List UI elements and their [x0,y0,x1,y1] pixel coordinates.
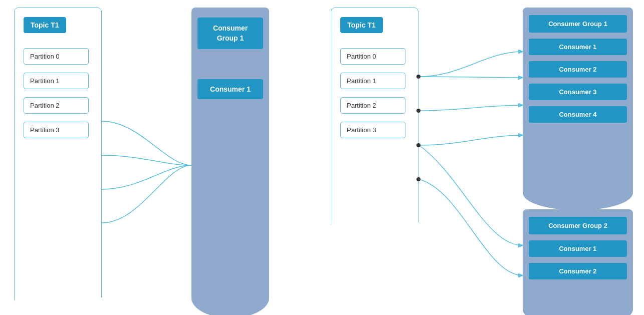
right-partition-2: Partition 2 [340,97,405,114]
left-partition-2: Partition 2 [24,97,89,114]
left-partition-0: Partition 0 [24,48,89,65]
dot-partition-1 [416,109,420,113]
right-cg1-consumer-2: Consumer 2 [529,61,627,78]
left-cg-container: ConsumerGroup 1 Consumer 1 [191,8,269,298]
right-cg2-label: Consumer Group 2 [529,217,627,234]
right-cg1-container: Consumer Group 1 Consumer 1 Consumer 2 C… [523,8,633,193]
left-topic-container: Topic T1 Partition 0 Partition 1 Partiti… [14,8,102,298]
left-partition-3: Partition 3 [24,122,89,138]
left-partition-1: Partition 1 [24,73,89,89]
left-topic-label: Topic T1 [24,17,66,33]
dot-partition-2 [416,143,420,147]
dot-partition-3 [416,177,420,181]
right-cg1-label: Consumer Group 1 [529,15,627,33]
left-cg-label: ConsumerGroup 1 [197,18,263,49]
right-cg1-consumer-4: Consumer 4 [529,106,627,123]
right-cg2-consumer-1: Consumer 1 [529,240,627,257]
right-topic-label: Topic T1 [340,17,383,33]
dot-partition-0 [416,75,420,79]
right-cg1-consumer-3: Consumer 3 [529,84,627,100]
right-partition-3: Partition 3 [340,122,405,138]
right-cg2-container: Consumer Group 2 Consumer 1 Consumer 2 [523,209,633,309]
left-consumer-1: Consumer 1 [197,79,263,99]
right-cg2-consumer-2: Consumer 2 [529,263,627,279]
right-topic-container: Topic T1 Partition 0 Partition 1 Partiti… [331,8,418,223]
right-partition-0: Partition 0 [340,48,405,65]
right-partition-1: Partition 1 [340,73,405,89]
diagram-container: Topic T1 Partition 0 Partition 1 Partiti… [0,0,644,315]
right-cg1-consumer-1: Consumer 1 [529,39,627,55]
